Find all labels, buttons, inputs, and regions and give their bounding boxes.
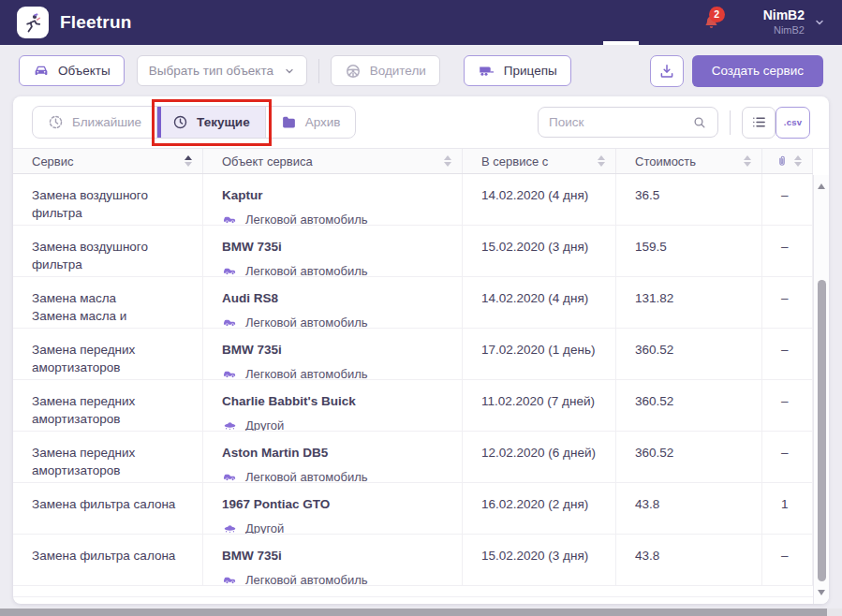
ufo-icon — [222, 418, 238, 431]
status-tab[interactable]: Текущие — [156, 107, 265, 138]
car-icon — [222, 572, 238, 585]
service-name: Замена фильтра салона — [32, 495, 191, 513]
object-name: BMW 735i — [222, 238, 451, 256]
service-cost: 36.5 — [616, 174, 762, 225]
status-tab[interactable]: Архив — [265, 107, 356, 138]
object-name: BMW 735i — [222, 547, 451, 565]
trailers-button[interactable]: Прицепы — [464, 55, 571, 86]
column-header[interactable]: В сервисе с — [463, 149, 616, 173]
notification-badge: 2 — [709, 7, 725, 22]
list-view-button[interactable] — [742, 107, 776, 139]
table-row[interactable]: Замена воздушного фильтра Kaptur — [13, 174, 813, 226]
table-row[interactable]: Замена передних амортизаторов BMW 735i — [13, 329, 813, 380]
nav-item[interactable] — [603, 0, 639, 45]
search-box[interactable] — [538, 107, 718, 138]
scroll-up-arrow[interactable] — [818, 183, 825, 189]
magnifier-icon — [692, 115, 707, 130]
table-row[interactable]: Замена передних амортизаторов Charlie Ba… — [13, 380, 813, 432]
car-icon — [222, 263, 238, 276]
table-row[interactable]: Замена воздушного фильтра BMW 735i — [13, 226, 813, 277]
attachments-column-header[interactable] — [762, 149, 813, 173]
status-tab-label: Архив — [305, 115, 341, 129]
chevron-down-icon — [284, 66, 295, 77]
status-tab[interactable]: Ближайшие — [33, 107, 156, 138]
service-name: Замена передних амортизаторов — [32, 444, 191, 479]
service-name: Замена воздушного фильтра — [32, 186, 191, 222]
column-header-label: Стоимость — [635, 154, 696, 169]
column-header[interactable]: Стоимость — [616, 149, 762, 173]
column-header[interactable]: Сервис — [13, 149, 203, 173]
export-csv-button[interactable]: .csv — [776, 107, 810, 139]
table-row[interactable]: Замена передних амортизаторов Aston Mart… — [13, 432, 813, 483]
download-icon — [658, 63, 675, 80]
export-button[interactable] — [650, 55, 684, 87]
service-cost: 159.5 — [616, 226, 762, 276]
list-toolbar-divider — [730, 110, 731, 135]
status-tab-label: Текущие — [197, 115, 250, 129]
in-service-since: 16.02.2020 (2 дня) — [463, 483, 616, 534]
table-row[interactable]: Замена фильтра салона BMW 735i — [13, 535, 813, 586]
scroll-down-arrow[interactable] — [818, 590, 825, 595]
trailers-button-label: Прицепы — [504, 64, 557, 78]
column-header-label: В сервисе с — [481, 154, 548, 169]
object-type: Другой — [245, 520, 284, 534]
list-toolbar: Ближайшие Текущие — [13, 96, 829, 149]
sort-icon — [444, 155, 451, 167]
service-name: Замена передних амортизаторов — [32, 392, 191, 428]
service-name: Замена фильтра салона — [32, 547, 191, 565]
service-cost: 360.52 — [616, 380, 762, 431]
sort-icon — [185, 155, 192, 167]
table-row[interactable]: Замена масла Замена масла и масляного фи… — [13, 277, 813, 329]
in-service-since: 12.02.2020 (6 дней) — [463, 432, 616, 482]
car-icon — [222, 469, 238, 482]
nav-item[interactable] — [491, 0, 495, 45]
service-cost: 43.8 — [616, 483, 762, 534]
object-name: Charlie Babbit's Buick — [222, 392, 451, 410]
attachments-count: 1 — [762, 483, 813, 534]
notifications-button[interactable]: 2 — [702, 14, 720, 32]
drivers-button[interactable]: Водители — [331, 55, 440, 86]
main-nav — [491, 0, 676, 45]
object-name: 1967 Pontiac GTO — [222, 495, 451, 513]
steering-wheel-icon — [345, 63, 362, 80]
in-service-since: 15.02.2020 (3 дня) — [463, 226, 616, 276]
attachments-count: – — [762, 226, 813, 276]
drivers-button-label: Водители — [370, 64, 426, 78]
column-header[interactable]: Объект сервиса — [203, 149, 463, 173]
search-input[interactable] — [549, 115, 692, 129]
object-name: Aston Martin DB5 — [222, 444, 451, 462]
attachments-count: – — [762, 174, 813, 225]
in-service-since: 17.02.2020 (1 день) — [463, 329, 616, 379]
sort-icon — [794, 155, 802, 167]
service-name: Замена передних амортизаторов — [32, 341, 191, 376]
object-name: Kaptur — [222, 186, 451, 204]
page-horizontal-scrollbar[interactable] — [0, 609, 842, 616]
create-service-button[interactable]: Создать сервис — [692, 55, 823, 87]
in-service-since: 11.02.2020 (7 дней) — [463, 380, 616, 431]
nav-item[interactable] — [566, 0, 569, 45]
table-vertical-scrollbar[interactable] — [813, 175, 829, 604]
object-type-select[interactable]: Выбрать тип объекта — [137, 55, 307, 86]
object-name: Audi RS8 — [222, 289, 451, 307]
chevron-down-icon — [814, 17, 825, 28]
ufo-icon — [222, 521, 238, 534]
car-front-icon — [33, 63, 50, 80]
scrollbar-thumb[interactable] — [818, 280, 826, 581]
in-service-since: 15.02.2020 (3 дня) — [463, 535, 616, 585]
object-type: Легковой автомобиль — [245, 314, 368, 328]
sort-icon — [598, 155, 605, 167]
status-tabs: Ближайшие Текущие — [32, 106, 356, 139]
table-row[interactable]: Замена фильтра салона 1967 Pontiac GTO — [13, 483, 813, 535]
object-type: Легковой автомобиль — [245, 468, 368, 482]
horizontal-scrollbar-thumb[interactable] — [0, 609, 827, 616]
user-menu[interactable]: NimB2 NimB2 — [763, 7, 825, 37]
nav-item[interactable] — [528, 0, 532, 45]
in-service-since: 14.02.2020 (4 дня) — [463, 174, 616, 225]
objects-button[interactable]: Объекты — [19, 55, 125, 86]
nav-item[interactable] — [672, 0, 676, 45]
clock-icon — [172, 114, 188, 130]
app-title: Fleetrun — [60, 12, 132, 33]
attachments-count: – — [762, 432, 813, 482]
filter-toolbar: Объекты Выбрать тип объекта Водители — [0, 45, 842, 96]
service-cost: 360.52 — [616, 432, 762, 482]
